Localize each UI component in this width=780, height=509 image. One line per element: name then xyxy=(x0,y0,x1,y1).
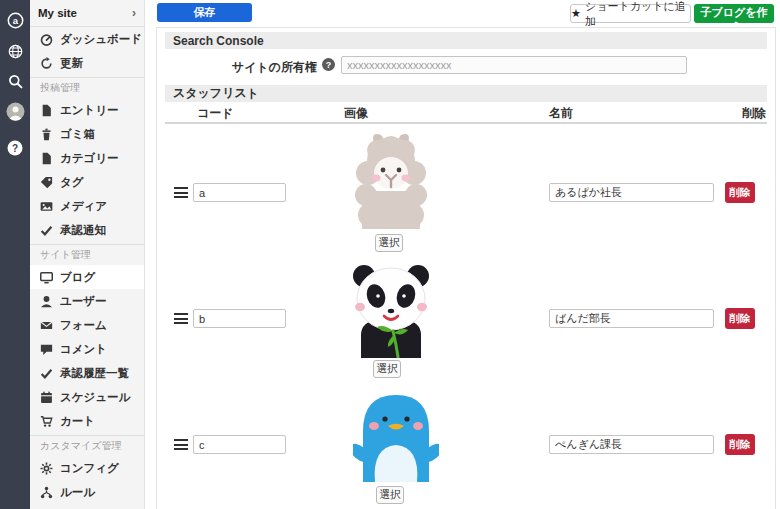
sidebar-item-label: ユーザー xyxy=(60,294,107,309)
trash-icon xyxy=(40,128,53,141)
user-icon xyxy=(40,295,53,308)
sidebar-item-label: タグ xyxy=(60,175,84,190)
sidebar-item-label: カート xyxy=(60,414,95,429)
section-heading: 投稿管理 xyxy=(30,78,144,98)
add-shortcut-button[interactable]: ★ ショートカットに追加 xyxy=(570,4,691,23)
sidebar-item-schedule[interactable]: スケジュール xyxy=(30,385,144,409)
help-icon[interactable]: ? xyxy=(0,133,30,163)
column-header-image: 画像 xyxy=(344,105,368,122)
delete-row-button[interactable]: 削除 xyxy=(725,308,755,329)
app-icon-bar: a ? xyxy=(0,0,30,509)
staff-name-input[interactable] xyxy=(549,183,714,202)
sidebar-item-label: スケジュール xyxy=(60,390,130,405)
sidebar-item-dashboard[interactable]: ダッシュボード xyxy=(30,27,144,51)
sidebar-item-media[interactable]: メディア xyxy=(30,194,144,218)
sidebar-section-customize: カスタマイズ管理 コンフィグ ルール モジュールID xyxy=(30,435,144,509)
sidebar-item-form[interactable]: フォーム xyxy=(30,313,144,337)
staff-name-input[interactable] xyxy=(549,435,714,454)
delete-row-button[interactable]: 削除 xyxy=(725,182,755,203)
section-heading: カスタマイズ管理 xyxy=(30,436,144,456)
drag-handle-icon[interactable] xyxy=(174,313,188,324)
star-icon: ★ xyxy=(571,7,581,20)
svg-text:?: ? xyxy=(12,143,18,154)
sidebar-item-config[interactable]: コンフィグ xyxy=(30,456,144,480)
add-shortcut-label: ショートカットに追加 xyxy=(585,0,690,29)
sidebar-item-label: ゴミ箱 xyxy=(60,127,95,142)
sidebar-item-comment[interactable]: コメント xyxy=(30,337,144,361)
sidebar-item-label: コメント xyxy=(60,342,107,357)
drag-handle-icon[interactable] xyxy=(174,439,188,450)
gear-icon xyxy=(40,462,53,475)
media-icon xyxy=(40,200,53,213)
app-logo-icon[interactable]: a xyxy=(0,5,30,35)
sidebar-item-category[interactable]: カテゴリー xyxy=(30,146,144,170)
staff-code-input[interactable] xyxy=(193,435,286,454)
alpaca-image xyxy=(355,131,427,229)
sidebar-item-label: 承認通知 xyxy=(60,223,106,238)
refresh-icon xyxy=(40,57,53,70)
column-header-code: コード xyxy=(197,105,234,122)
sidebar-item-tag[interactable]: タグ xyxy=(30,170,144,194)
sidebar-item-label: エントリー xyxy=(60,103,119,118)
calendar-icon xyxy=(40,391,53,404)
check-icon xyxy=(40,367,53,380)
penguin-image xyxy=(353,389,439,482)
select-image-button[interactable]: 選択 xyxy=(375,234,403,252)
display-icon xyxy=(40,271,53,284)
sidebar: My site › ダッシュボード 更新 投稿管理 エントリー ゴミ箱 カテゴリ… xyxy=(30,0,145,509)
select-image-button[interactable]: 選択 xyxy=(376,486,404,504)
check-icon xyxy=(40,224,53,237)
sidebar-item-module-id[interactable]: モジュールID xyxy=(30,504,144,509)
sidebar-item-user[interactable]: ユーザー xyxy=(30,289,144,313)
file-icon xyxy=(40,104,53,117)
select-image-button[interactable]: 選択 xyxy=(373,360,401,378)
section-heading: サイト管理 xyxy=(30,245,144,265)
sidebar-site-switcher[interactable]: My site › xyxy=(30,0,144,27)
sidebar-item-approval-history[interactable]: 承認履歴一覧 xyxy=(30,361,144,385)
delete-row-button[interactable]: 削除 xyxy=(725,434,755,455)
sidebar-item-label: ルール xyxy=(60,485,95,500)
rule-icon xyxy=(40,486,53,499)
table-header-divider xyxy=(165,122,767,124)
sidebar-item-update[interactable]: 更新 xyxy=(30,51,144,75)
dashboard-icon xyxy=(40,33,53,46)
sidebar-item-rule[interactable]: ルール xyxy=(30,480,144,504)
staff-name-input[interactable] xyxy=(549,309,714,328)
search-icon[interactable] xyxy=(0,66,30,96)
sidebar-item-trash[interactable]: ゴミ箱 xyxy=(30,122,144,146)
search-console-section-header: Search Console xyxy=(165,32,767,49)
sidebar-item-label: メディア xyxy=(60,199,107,214)
tag-icon xyxy=(40,176,53,189)
sidebar-section-posts: 投稿管理 エントリー ゴミ箱 カテゴリー タグ メディア 承認通知 xyxy=(30,77,144,242)
sidebar-item-label: 承認履歴一覧 xyxy=(60,366,129,381)
staff-code-input[interactable] xyxy=(193,309,286,328)
chevron-right-icon: › xyxy=(132,6,136,20)
sidebar-item-cart[interactable]: カート xyxy=(30,409,144,433)
create-child-blog-button[interactable]: 子ブログを作成 xyxy=(694,4,774,23)
sidebar-item-label: コンフィグ xyxy=(60,461,119,476)
staff-list-section-header: スタッフリスト xyxy=(165,85,767,102)
svg-text:a: a xyxy=(12,15,18,26)
form-icon xyxy=(40,319,53,332)
drag-handle-icon[interactable] xyxy=(174,187,188,198)
sidebar-item-label: ダッシュボード xyxy=(60,32,142,47)
site-name: My site xyxy=(38,7,77,19)
site-ownership-label: サイトの所有権 xyxy=(157,59,317,76)
column-header-name: 名前 xyxy=(549,105,573,122)
sidebar-item-label: フォーム xyxy=(60,318,107,333)
column-header-delete: 削除 xyxy=(742,105,766,122)
sidebar-section-site: サイト管理 ブログ ユーザー フォーム コメント 承認履歴一覧 スケジュール カ… xyxy=(30,244,144,433)
staff-code-input[interactable] xyxy=(193,183,286,202)
main-panel: Search Console サイトの所有権 ? スタッフリスト コード 画像 … xyxy=(156,27,776,509)
sidebar-item-approval-notice[interactable]: 承認通知 xyxy=(30,218,144,242)
help-tooltip-icon[interactable]: ? xyxy=(322,58,335,71)
comment-icon xyxy=(40,343,53,356)
sidebar-item-blog[interactable]: ブログ xyxy=(30,265,144,289)
avatar[interactable] xyxy=(0,96,30,126)
site-ownership-input[interactable] xyxy=(341,56,687,74)
panda-image xyxy=(347,263,435,358)
globe-icon[interactable] xyxy=(0,36,30,66)
sidebar-item-label: 更新 xyxy=(60,56,83,71)
save-button[interactable]: 保存 xyxy=(157,3,252,22)
sidebar-item-entry[interactable]: エントリー xyxy=(30,98,144,122)
